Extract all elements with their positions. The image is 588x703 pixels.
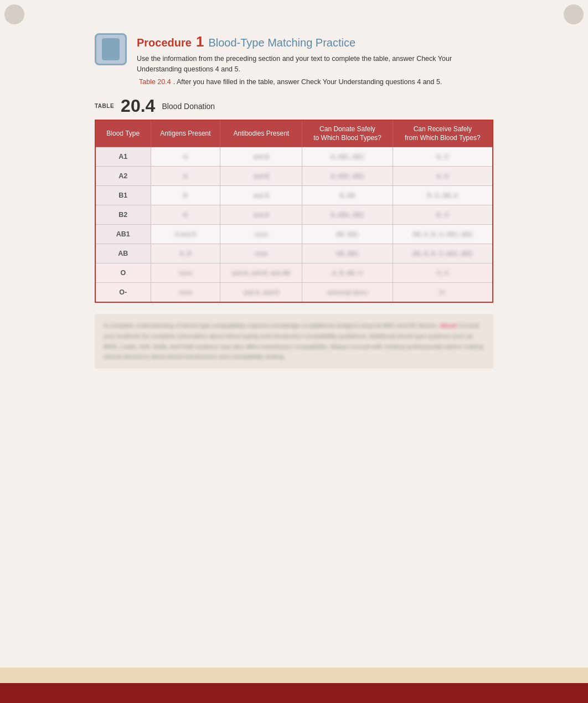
procedure-number: 1 xyxy=(196,33,204,50)
antibodies-b1: anti-A xyxy=(220,186,302,205)
antigens-o-neg: none xyxy=(151,283,220,303)
table-label: TABLE xyxy=(95,103,114,109)
blood-type-o-neg: O- xyxy=(95,283,151,303)
receive-a1: A, O xyxy=(393,147,493,167)
table-row: A1 A anti-B A, AB1, AB2 A, O xyxy=(95,147,493,167)
antigens-o: none xyxy=(151,263,220,283)
antibodies-a2: anti-B xyxy=(220,167,302,186)
blood-type-ab1: AB1 xyxy=(95,225,151,244)
antigens-b1: B xyxy=(151,186,220,205)
procedure-label: Procedure xyxy=(137,37,192,49)
corner-decoration-tl xyxy=(4,4,24,24)
table-title: Blood Donation xyxy=(162,102,215,111)
receive-ab: AB, A, B, O, AB1, AB2 xyxy=(393,244,493,263)
donate-o-neg: universal donor xyxy=(302,283,393,303)
donate-b1: B, AB xyxy=(302,186,393,205)
antigens-a2: A xyxy=(151,167,220,186)
highlight-word: blood xyxy=(440,322,457,329)
donate-a2: A, AB1, AB2 xyxy=(302,167,393,186)
blood-type-a2: A2 xyxy=(95,167,151,186)
antigens-b2: B xyxy=(151,205,220,225)
antigens-ab1: A and B xyxy=(151,225,220,244)
table-row: B1 B anti-A B, AB B, O, AB, A xyxy=(95,186,493,205)
table-header-row: TABLE 20.4 Blood Donation xyxy=(95,96,493,116)
table-reference: Table 20.4 xyxy=(139,77,171,87)
antibodies-a1: anti-B xyxy=(220,147,302,167)
content-area: Procedure 1 Blood-Type Matching Practice… xyxy=(45,0,543,391)
col-header-blood-type: Blood Type xyxy=(95,120,151,147)
table-row: AB1 A and B none AB, AB1 AB, A, B, O, AB… xyxy=(95,225,493,244)
table-row: A2 A anti-B A, AB1, AB2 A, O xyxy=(95,167,493,186)
antibodies-ab1: none xyxy=(220,225,302,244)
antibodies-ab: none xyxy=(220,244,302,263)
procedure-heading: Procedure 1 Blood-Type Matching Practice xyxy=(137,33,493,50)
blood-type-a1: A1 xyxy=(95,147,151,167)
desc-text-part2: . After you have filled in the table, an… xyxy=(173,77,442,87)
receive-b1: B, O, AB, A xyxy=(393,186,493,205)
receive-o-neg: O- xyxy=(393,283,493,303)
col-header-receive: Can Receive Safelyfrom Which Blood Types… xyxy=(393,120,493,147)
procedure-name: Blood-Type Matching Practice xyxy=(208,37,355,49)
bottom-tan-bar xyxy=(0,668,588,683)
table-row: B2 B anti-A B, AB1, AB2 B, O xyxy=(95,205,493,225)
page-background: Procedure 1 Blood-Type Matching Practice… xyxy=(0,0,588,703)
table-row: O- none anti-A, anti-B universal donor O… xyxy=(95,283,493,303)
donate-o: A, B, AB, O xyxy=(302,263,393,283)
donate-a1: A, AB1, AB2 xyxy=(302,147,393,167)
donate-b2: B, AB1, AB2 xyxy=(302,205,393,225)
table-number: 20.4 xyxy=(121,96,155,116)
procedure-header: Procedure 1 Blood-Type Matching Practice… xyxy=(95,33,493,87)
procedure-icon xyxy=(95,33,127,65)
procedure-description: Use the information from the preceding s… xyxy=(137,54,493,87)
desc-text-part1: Use the information from the preceding s… xyxy=(137,54,493,75)
receive-a2: A, O xyxy=(393,167,493,186)
bottom-red-bar xyxy=(0,683,588,703)
blood-donation-table: Blood Type Antigens Present Antibodies P… xyxy=(95,120,493,303)
receive-ab1: AB, A, B, O, AB1, AB2 xyxy=(393,225,493,244)
table-row: AB A, B none AB, AB1 AB, A, B, O, AB1, A… xyxy=(95,244,493,263)
footer-text-block: A complete understanding of blood type c… xyxy=(95,314,493,368)
table-row: O none anti-A, anti-B, anti-AB A, B, AB,… xyxy=(95,263,493,283)
receive-o: O, A xyxy=(393,263,493,283)
antibodies-o-neg: anti-A, anti-B xyxy=(220,283,302,303)
footer-blurred-text: A complete understanding of blood type c… xyxy=(104,322,483,360)
col-header-antigens: Antigens Present xyxy=(151,120,220,147)
blood-type-b1: B1 xyxy=(95,186,151,205)
corner-decoration-tr xyxy=(564,4,584,24)
antigens-a1: A xyxy=(151,147,220,167)
donate-ab: AB, AB1 xyxy=(302,244,393,263)
procedure-title-block: Procedure 1 Blood-Type Matching Practice… xyxy=(137,33,493,87)
col-header-antibodies: Antibodies Present xyxy=(220,120,302,147)
antibodies-b2: anti-A xyxy=(220,205,302,225)
blood-type-ab: AB xyxy=(95,244,151,263)
table-header-row: Blood Type Antigens Present Antibodies P… xyxy=(95,120,493,147)
blood-type-o: O xyxy=(95,263,151,283)
antibodies-o: anti-A, anti-B, anti-AB xyxy=(220,263,302,283)
col-header-donate: Can Donate Safelyto Which Blood Types? xyxy=(302,120,393,147)
donate-ab1: AB, AB1 xyxy=(302,225,393,244)
blood-type-b2: B2 xyxy=(95,205,151,225)
antigens-ab: A, B xyxy=(151,244,220,263)
receive-b2: B, O xyxy=(393,205,493,225)
